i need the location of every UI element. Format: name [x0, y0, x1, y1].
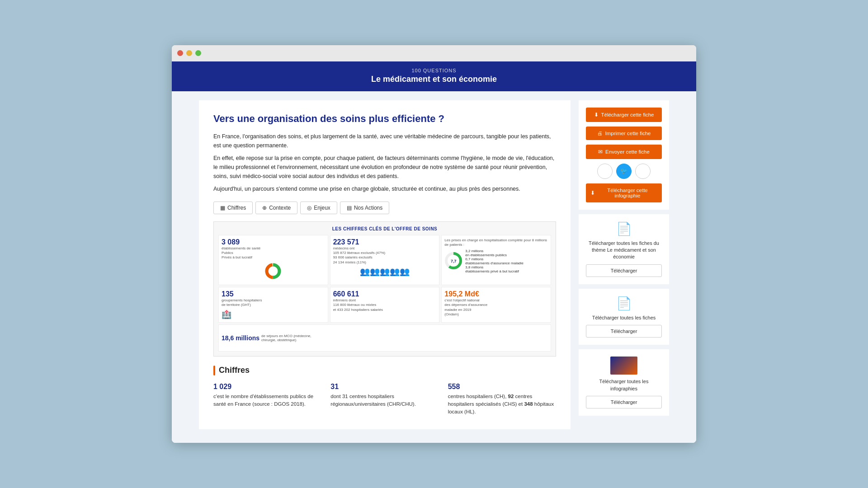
btn-print-fiche[interactable]: 🖨 Imprimer cette fiche — [586, 127, 662, 140]
infographic-cell-3: Les prises en charge en hospitalisation … — [441, 235, 551, 285]
article-para-2: En effet, elle repose sur la prise en co… — [213, 154, 556, 181]
btn-send-fiche[interactable]: ✉ Envoyer cette fiche — [586, 145, 662, 159]
btn-telecharger-infographies[interactable]: Télécharger — [586, 396, 662, 408]
print-icon: 🖨 — [597, 131, 603, 136]
infographic-cell-6: 195,2 Md€ c'est l'objectif nationaldes d… — [441, 287, 551, 323]
social-btn-circle-2[interactable] — [635, 164, 651, 179]
infographic-cell-bottom-1: 18,6 millions de séjours en MCO (médecin… — [218, 324, 551, 352]
sidebar-download-theme: 📄 Télécharger toutes les fiches du thème… — [579, 214, 669, 284]
doc-icon-1: 📄 — [616, 221, 632, 236]
social-btn-twitter[interactable]: 🐦 — [616, 164, 632, 179]
tab-nos-actions[interactable]: ▤ Nos Actions — [340, 202, 389, 214]
dot-green[interactable] — [195, 50, 201, 56]
chiffre-desc-1: c'est le nombre d'établissements publics… — [213, 393, 321, 408]
nos-actions-icon: ▤ — [347, 205, 352, 211]
social-btn-circle-1[interactable] — [597, 164, 613, 179]
download-icon: ⬇ — [594, 112, 599, 118]
enjeux-icon: ◎ — [307, 205, 311, 211]
btn-download-fiche[interactable]: ⬇ Télécharger cette fiche — [586, 108, 662, 122]
chiffre-number-3: 558 — [448, 383, 556, 391]
chiffre-number-2: 31 — [330, 383, 439, 391]
section-title-label: Chiffres — [219, 366, 250, 375]
dl-fiches-label: Télécharger toutes les fiches — [592, 314, 656, 321]
article-title: Vers une organisation des soins plus eff… — [213, 113, 556, 125]
article-para-1: En France, l'organisation des soins, et … — [213, 132, 556, 150]
infographic-grid: 3 089 établissements de santéPublicsPriv… — [218, 235, 551, 323]
download-infographie-icon: ⬇ — [590, 190, 595, 196]
sidebar-download-infographies: Télécharger toutes les infographies Télé… — [579, 349, 669, 416]
infographic-cell-4: 135 groupements hospitaliersde territoir… — [218, 287, 328, 323]
chiffres-grid: 1 029 c'est le nombre d'établissements p… — [213, 383, 556, 416]
content-wrapper: Vers une organisation des soins plus eff… — [172, 91, 696, 443]
article-para-3: Aujourd'hui, un parcours s'entend comme … — [213, 184, 556, 193]
tab-chiffres[interactable]: ▦ Chiffres — [213, 202, 253, 214]
chiffre-item-2: 31 dont 31 centres hospitaliers régionau… — [330, 383, 439, 416]
chiffres-icon: ▦ — [220, 205, 225, 211]
btn-download-infographie[interactable]: ⬇ Télécharger cette infographie — [586, 183, 662, 202]
tabs-bar: ▦ Chiffres ⊕ Contexte ◎ Enjeux ▤ Nos Act… — [213, 202, 556, 214]
site-header: 100 QUESTIONS Le médicament et son écono… — [172, 61, 696, 91]
chiffre-desc-3: centres hospitaliers (CH), 92 centres ho… — [448, 393, 556, 416]
btn-telecharger-theme[interactable]: Télécharger — [586, 264, 662, 277]
email-icon: ✉ — [598, 149, 603, 155]
section-title-chiffres: Chiffres — [213, 366, 556, 375]
chiffre-item-1: 1 029 c'est le nombre d'établissements p… — [213, 383, 321, 416]
browser-window: 100 QUESTIONS Le médicament et son écono… — [172, 45, 696, 443]
doc-icon-2: 📄 — [616, 296, 632, 311]
infographic-title: LES CHIFFRES CLÉS DE L'OFFRE DE SOINS — [218, 226, 551, 231]
chiffre-number-1: 1 029 — [213, 383, 321, 391]
donut-chart — [264, 262, 282, 280]
chiffre-item-3: 558 centres hospitaliers (CH), 92 centre… — [448, 383, 556, 416]
social-row: 🐦 — [597, 164, 651, 179]
sidebar: ⬇ Télécharger cette fiche 🖨 Imprimer cet… — [579, 100, 669, 430]
tab-contexte[interactable]: ⊕ Contexte — [255, 202, 297, 214]
contexte-icon: ⊕ — [262, 205, 267, 211]
sidebar-actions-card: ⬇ Télécharger cette fiche 🖨 Imprimer cet… — [579, 100, 669, 210]
dl-infographies-label: Télécharger toutes les infographies — [586, 378, 662, 392]
btn-telecharger-fiches[interactable]: Télécharger — [586, 325, 662, 338]
site-supertitle: 100 QUESTIONS — [172, 68, 696, 73]
chiffre-desc-2: dont 31 centres hospitaliers régionaux/u… — [330, 393, 439, 408]
section-title-bar — [213, 366, 215, 375]
infographic-cell-1: 3 089 établissements de santéPublicsPriv… — [218, 235, 328, 285]
infographic-cell-5: 660 611 infirmiers dont116 800 libéraux … — [330, 287, 440, 323]
tab-enjeux[interactable]: ◎ Enjeux — [300, 202, 337, 214]
article-body: En France, l'organisation des soins, et … — [213, 132, 556, 193]
main-content: Vers une organisation des soins plus eff… — [199, 100, 571, 430]
sidebar-download-fiches: 📄 Télécharger toutes les fiches Téléchar… — [579, 289, 669, 345]
browser-titlebar — [172, 45, 696, 61]
dot-yellow[interactable] — [186, 50, 192, 56]
donut-container — [222, 262, 325, 280]
infographie-thumb — [610, 357, 637, 375]
twitter-icon: 🐦 — [620, 168, 627, 174]
site-title: Le médicament et son économie — [172, 75, 696, 84]
infographic-preview: LES CHIFFRES CLÉS DE L'OFFRE DE SOINS 3 … — [213, 221, 556, 357]
dl-fiches-theme-label: Télécharger toutes les fiches du thème L… — [586, 240, 662, 261]
dot-red[interactable] — [177, 50, 183, 56]
infographic-cell-2: 223 571 médecins ont105 872 libéraux exc… — [330, 235, 440, 285]
